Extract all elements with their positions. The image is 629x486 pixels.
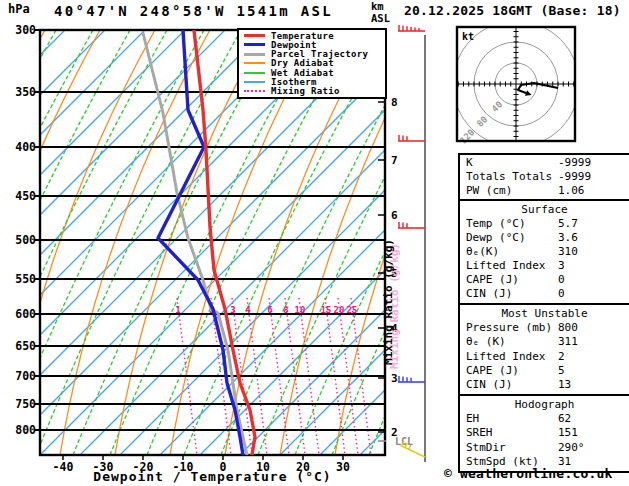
hodograph-ring-label: 120	[458, 127, 477, 146]
section-title: Surface	[460, 203, 629, 216]
pressure-tick-label: 600	[15, 307, 36, 321]
datetime-title: 20.12.2025 18GMT (Base: 18)	[404, 3, 621, 18]
table-row: θₑ(K)310	[460, 245, 629, 258]
row-label: CIN (J)	[466, 287, 558, 300]
pressure-tick-label: 450	[15, 189, 36, 203]
legend-item-temperature: Temperature	[239, 31, 385, 40]
pressure-tick-label: 400	[15, 140, 36, 154]
row-label: K	[466, 156, 558, 169]
row-value: 800	[558, 321, 578, 334]
pressure-tick-label: 550	[15, 272, 36, 286]
table-row: CIN (J)13	[460, 378, 629, 391]
row-label: StmDir	[466, 441, 558, 454]
row-value: 151	[558, 426, 578, 439]
wind-barb	[398, 135, 425, 141]
legend-item-dry-adiabat: Dry Adiabat	[239, 59, 385, 68]
section-title: Hodograph	[460, 398, 629, 411]
table-row: StmDir290°	[460, 441, 629, 454]
table-row: CAPE (J)0	[460, 273, 629, 286]
hodograph-ring-label: 80	[475, 114, 490, 129]
mixing-ratio-value: 10	[295, 305, 306, 315]
mixing-ratio-axis-label: Mixing Ratio (g/kg)	[382, 239, 395, 365]
row-value: 0	[558, 287, 565, 300]
pressure-axis-unit: hPa	[8, 2, 30, 16]
mixing-ratio-value: 20	[334, 305, 345, 315]
mixing-ratio-value: 3	[230, 305, 235, 315]
mixing-ratio-value: 8	[283, 305, 288, 315]
table-row: EH62	[460, 412, 629, 425]
table-row: Totals Totals-9999	[460, 170, 629, 183]
mixing-ratio-line-sample	[244, 90, 265, 92]
row-label: CAPE (J)	[466, 364, 558, 377]
legend-item-mixing-ratio: Mixing Ratio	[239, 87, 385, 96]
altitude-unit-asl: ASL	[371, 13, 390, 25]
row-label: CAPE (J)	[466, 273, 558, 286]
row-value: 3	[558, 259, 565, 272]
altitude-tick-label: 7	[391, 154, 398, 167]
wind-barb	[398, 376, 425, 382]
indices-table: K-9999Totals Totals-9999PW (cm)1.06 Surf…	[458, 153, 629, 473]
row-label: Lifted Index	[466, 350, 558, 363]
isotherm-line-sample	[244, 81, 265, 83]
legend-item-dewpoint: Dewpoint	[239, 40, 385, 49]
row-value: 0	[558, 273, 565, 286]
row-label: CIN (J)	[466, 378, 558, 391]
table-row: Lifted Index2	[460, 350, 629, 363]
mixing-ratio-value: 4	[245, 305, 251, 315]
pressure-tick-label: 700	[15, 369, 36, 383]
mixing-ratio-value: 1	[175, 305, 180, 315]
table-row: Dewp (°C)3.6	[460, 231, 629, 244]
section-title: Most Unstable	[460, 307, 629, 320]
row-value: 5.7	[558, 217, 578, 230]
wind-barb	[398, 25, 425, 31]
row-value: 2	[558, 350, 565, 363]
temperature-line-sample	[244, 34, 265, 37]
altitude-tick-label: 3	[391, 372, 398, 385]
dewpoint-line-sample	[244, 43, 265, 46]
wet-adiabat-line-sample	[244, 72, 265, 74]
wind-barb	[398, 222, 425, 228]
row-label: θₑ(K)	[466, 245, 558, 258]
hodograph-unit-label: kt	[462, 31, 474, 42]
table-row: PW (cm)1.06	[460, 184, 629, 197]
skewt-sounding-page: 1234681015202530035040045050055060065070…	[0, 0, 629, 486]
table-row: SREH151	[460, 426, 629, 439]
row-value: -9999	[558, 156, 591, 169]
pressure-tick-label: 650	[15, 339, 36, 353]
row-label: EH	[466, 412, 558, 425]
row-value: 290°	[558, 441, 585, 454]
altitude-tick-label: 6	[391, 209, 398, 222]
trace-parcel-trajectory	[143, 33, 247, 455]
row-value: 13	[558, 378, 571, 391]
legend-item-isotherm: Isotherm	[239, 78, 385, 87]
pressure-tick-label: 350	[15, 85, 36, 99]
chart-legend: Temperature Dewpoint Parcel Trajectory D…	[237, 28, 387, 99]
row-label: Totals Totals	[466, 170, 558, 183]
row-label: PW (cm)	[466, 184, 558, 197]
legend-item-parcel: Parcel Trajectory	[239, 50, 385, 59]
row-value: 310	[558, 245, 578, 258]
weatheronline-credit-link[interactable]: © weatheronline.co.uk	[444, 466, 613, 481]
table-row: Pressure (mb)800	[460, 321, 629, 334]
mixing-ratio-value: 6	[267, 305, 272, 315]
altitude-unit-km: km	[371, 1, 390, 13]
row-label: SREH	[466, 426, 558, 439]
mixing-ratio-value: 15	[321, 305, 332, 315]
table-row: K-9999	[460, 156, 629, 169]
most-unstable-section: Most Unstable Pressure (mb)800θₑ (K)311L…	[460, 303, 629, 394]
legend-item-wet-adiabat: Wet Adiabat	[239, 68, 385, 77]
table-row: CAPE (J)5	[460, 364, 629, 377]
pressure-tick-label: 300	[15, 23, 36, 37]
row-label: Lifted Index	[466, 259, 558, 272]
indices-section: K-9999Totals Totals-9999PW (cm)1.06	[460, 155, 629, 199]
pressure-tick-label: 500	[15, 233, 36, 247]
wind-barb-column	[398, 25, 428, 462]
surface-section: Surface Temp (°C)5.7Dewp (°C)3.6θₑ(K)310…	[460, 199, 629, 303]
altitude-axis-unit: km ASL	[371, 1, 390, 24]
row-value: 1.06	[558, 184, 585, 197]
station-title: 40°47'N 248°58'W 1541m ASL	[54, 3, 333, 19]
row-label: Pressure (mb)	[466, 321, 558, 334]
row-value: 311	[558, 335, 578, 348]
pressure-tick-label: 750	[15, 397, 36, 411]
table-row: θₑ (K)311	[460, 335, 629, 348]
